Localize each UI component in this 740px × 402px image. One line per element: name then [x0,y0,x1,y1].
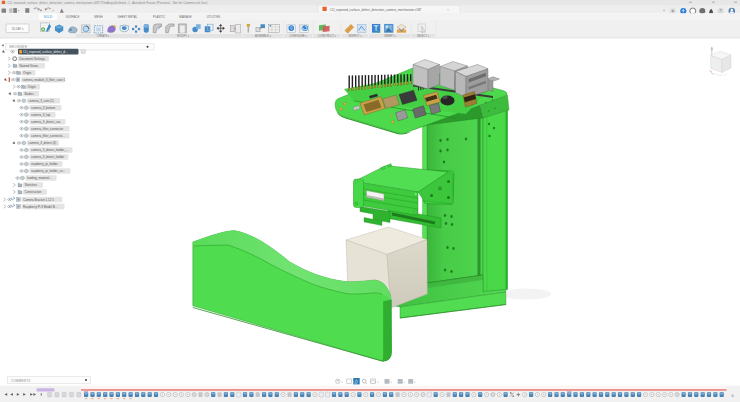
svg-text:Sketches: Sketches [25,183,38,187]
svg-text:Origin: Origin [28,85,36,89]
svg-text:Raspberry Pi 3 Model B...: Raspberry Pi 3 Model B... [23,205,57,209]
svg-text:camera_3_top: camera_3_top [31,113,51,117]
svg-text:camera_filter_connector: camera_filter_connector [31,127,63,131]
svg-text:UTILITIES: UTILITIES [207,15,221,19]
svg-text:camera_3_detect (4): camera_3_detect (4) [29,141,57,145]
svg-text:INSPECT ▾: INSPECT ▾ [348,34,362,38]
svg-text:raspberry_pi_holder: raspberry_pi_holder [31,162,58,166]
svg-text:BROWSER: BROWSER [10,45,28,49]
svg-text:camera_3_detect_holder: camera_3_detect_holder [31,155,64,159]
svg-text:camera_module_3_filter_case:1: camera_module_3_filter_case:1 [23,78,66,82]
svg-text:Origin: Origin [23,71,31,75]
svg-text:CU_exposed_surface_defect_d...: CU_exposed_surface_defect_d... [23,50,68,54]
svg-text:MANAGE: MANAGE [179,15,192,19]
svg-text:Document Settings: Document Settings [20,57,46,61]
svg-text:landing_material...: landing_material... [27,176,52,180]
svg-text:camera_3_cam (1): camera_3_cam (1) [29,99,54,103]
svg-text:×: × [447,8,449,12]
svg-text:MESH: MESH [94,15,102,19]
svg-text:camera_3_bottom: camera_3_bottom [31,106,56,110]
svg-text:»: » [663,9,665,13]
svg-text:SHEET METAL: SHEET METAL [118,15,138,19]
svg-text:camera_filter_connecto...: camera_filter_connecto... [31,134,65,138]
svg-text:ASSEMBLE ▾: ASSEMBLE ▾ [255,34,272,38]
svg-text:camera_3_detect_cas: camera_3_detect_cas [31,120,61,124]
svg-text:?: ? [720,9,722,13]
svg-text:Bodies: Bodies [25,92,35,96]
svg-text:raspberry_pi_holder_co...: raspberry_pi_holder_co... [31,169,65,173]
svg-text:CONFIGURE ▾: CONFIGURE ▾ [289,34,307,38]
svg-text:PLASTIC: PLASTIC [153,15,165,19]
svg-text:camera_3_detect_holder_...: camera_3_detect_holder_... [31,148,69,152]
svg-text:CU_exposed_surface_defect_dete: CU_exposed_surface_defect_detection_came… [8,1,208,5]
svg-text:SURFACE: SURFACE [66,15,80,19]
svg-text:SELECT ▾: SELECT ▾ [417,34,430,38]
svg-text:CREATE ▾: CREATE ▾ [97,34,110,38]
svg-text:CONSTRUCT ▾: CONSTRUCT ▾ [318,34,337,38]
svg-text:INSERT ▾: INSERT ▾ [384,34,396,38]
svg-text:COMMENTS: COMMENTS [11,379,31,383]
svg-text:Named Views: Named Views [20,64,39,68]
svg-text:CU_exposed_surface_defect_dete: CU_exposed_surface_defect_detection_came… [330,8,422,12]
svg-text:SOLID: SOLID [44,15,53,19]
svg-text:30-DAY ▾: 30-DAY ▾ [12,27,24,31]
svg-text:Camera Bracket 1.12:1: Camera Bracket 1.12:1 [23,198,54,202]
svg-text:MODIFY ▾: MODIFY ▾ [177,34,190,38]
svg-text:Construction: Construction [25,190,42,194]
